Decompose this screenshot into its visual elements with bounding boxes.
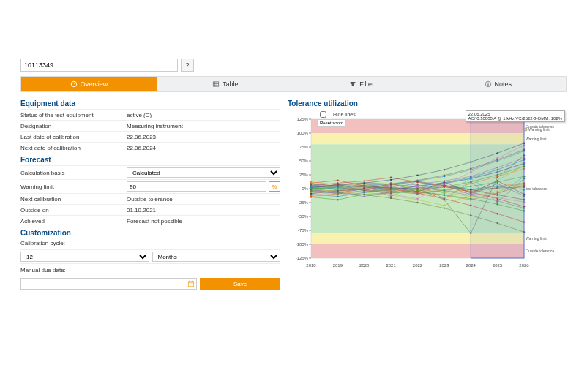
- svg-point-310: [416, 188, 418, 189]
- svg-text:Warning limit: Warning limit: [528, 127, 550, 132]
- manual-date-input[interactable]: [20, 278, 197, 290]
- svg-point-274: [416, 180, 418, 181]
- fc-nextcal-key: Next calibration: [20, 196, 127, 203]
- outside-key: Outside on: [20, 207, 127, 214]
- lastcal-value: 22.06.2023: [127, 134, 280, 140]
- tab-overview[interactable]: Overview: [21, 77, 157, 91]
- hide-lines-checkbox[interactable]: [320, 111, 326, 118]
- customization-heading: Customization: [20, 229, 280, 237]
- svg-text:Warning limit: Warning limit: [526, 137, 547, 141]
- dashboard-icon: [70, 80, 78, 88]
- svg-point-275: [444, 176, 445, 177]
- svg-point-290: [364, 189, 365, 190]
- svg-point-302: [444, 184, 445, 185]
- svg-point-238: [416, 202, 418, 203]
- svg-point-283: [416, 191, 418, 192]
- svg-text:line tolerance: line tolerance: [526, 186, 547, 191]
- search-input[interactable]: [20, 59, 178, 72]
- svg-point-193: [416, 186, 418, 188]
- tab-label: Table: [223, 80, 239, 88]
- svg-point-201: [390, 195, 392, 197]
- svg-point-253: [337, 190, 338, 192]
- svg-point-291: [390, 191, 392, 192]
- hide-lines-label: Hide lines: [333, 112, 356, 117]
- svg-point-279: [310, 195, 312, 197]
- svg-text:75%: 75%: [299, 145, 309, 149]
- svg-point-230: [444, 169, 445, 170]
- chart-area: Hide lines Reset zoom 22.06.2025 AC/ 0.3…: [288, 109, 567, 270]
- svg-point-299: [364, 192, 365, 193]
- tab-notes[interactable]: Notes: [430, 77, 566, 91]
- svg-point-306: [310, 184, 312, 185]
- chart-tooltip: 22.06.2025 AC/ 0.30000 A @ 1 kHz VC/2622…: [466, 110, 565, 122]
- svg-rect-7: [192, 281, 193, 282]
- svg-rect-315: [471, 119, 524, 258]
- svg-point-252: [310, 193, 312, 195]
- cycle-unit-select[interactable]: Months: [152, 252, 281, 262]
- reset-zoom-button[interactable]: Reset zoom: [317, 119, 346, 127]
- svg-point-297: [310, 191, 312, 192]
- svg-point-64: [337, 199, 338, 200]
- svg-point-173: [364, 195, 365, 197]
- svg-point-272: [364, 184, 365, 186]
- svg-text:2021: 2021: [386, 263, 396, 268]
- info-icon: [485, 80, 492, 88]
- svg-point-308: [364, 186, 365, 188]
- svg-text:-75%: -75%: [298, 228, 309, 233]
- fc-nextcal-value: Outside tolerance: [127, 196, 280, 203]
- svg-text:Warning limit: Warning limit: [526, 236, 547, 241]
- warn-key: Warning limit: [20, 184, 127, 190]
- svg-text:2022: 2022: [413, 263, 423, 268]
- tab-filter[interactable]: Filter: [294, 77, 430, 91]
- svg-point-121: [416, 199, 418, 200]
- svg-rect-6: [190, 281, 190, 282]
- svg-point-293: [444, 189, 445, 191]
- tolerance-chart[interactable]: 125%100%75%50%25%0%-25%-50%-75%-100%-125…: [288, 116, 567, 270]
- svg-text:-25%: -25%: [298, 200, 309, 205]
- calculation-basis-select[interactable]: Calculated: [127, 167, 280, 178]
- chart-title: Tolerance utilization: [288, 99, 567, 108]
- svg-point-301: [416, 193, 418, 195]
- svg-text:25%: 25%: [299, 173, 309, 177]
- svg-point-307: [337, 185, 338, 186]
- save-button[interactable]: Save: [200, 278, 280, 290]
- nextcal-key: Next date of calibration: [20, 145, 127, 151]
- search-help-button[interactable]: ?: [181, 59, 194, 72]
- designation-value: Measuring instrument: [127, 123, 280, 129]
- svg-point-262: [337, 184, 338, 185]
- svg-text:125%: 125%: [297, 117, 309, 121]
- svg-point-282: [390, 189, 392, 190]
- svg-point-273: [390, 183, 392, 184]
- tab-label: Notes: [495, 80, 512, 88]
- svg-point-246: [390, 192, 392, 194]
- warning-limit-input[interactable]: [127, 181, 266, 192]
- svg-text:-125%: -125%: [296, 256, 309, 260]
- svg-text:2020: 2020: [359, 263, 370, 268]
- svg-point-202: [416, 184, 418, 185]
- svg-text:Outside tolerance: Outside tolerance: [526, 249, 554, 253]
- svg-point-165: [390, 177, 392, 178]
- tab-bar: Overview Table Filter Notes: [20, 76, 567, 92]
- svg-text:2026: 2026: [519, 263, 529, 268]
- svg-rect-5: [188, 282, 194, 287]
- tab-table[interactable]: Table: [157, 77, 294, 91]
- svg-point-280: [337, 193, 338, 195]
- equipment-heading: Equipment data: [20, 99, 280, 108]
- svg-point-236: [364, 194, 365, 195]
- achieved-key: Achieved: [20, 218, 127, 225]
- cycle-number-select[interactable]: 12: [20, 252, 149, 262]
- svg-point-227: [364, 182, 365, 184]
- svg-text:2025: 2025: [493, 263, 503, 268]
- svg-point-221: [444, 193, 445, 195]
- svg-point-321: [524, 128, 527, 131]
- svg-text:0%: 0%: [302, 186, 308, 191]
- svg-point-300: [390, 185, 392, 186]
- svg-point-311: [444, 199, 445, 200]
- svg-point-239: [444, 207, 445, 208]
- tooltip-value: AC/ 0.30000 A @ 1 kHz VC/2622-3-DMM: 102…: [468, 116, 562, 121]
- svg-text:2023: 2023: [439, 263, 449, 268]
- search-bar: ?: [20, 59, 567, 72]
- svg-text:-100%: -100%: [296, 242, 309, 246]
- calendar-icon: [187, 280, 195, 287]
- manual-key: Manual due date:: [20, 264, 280, 275]
